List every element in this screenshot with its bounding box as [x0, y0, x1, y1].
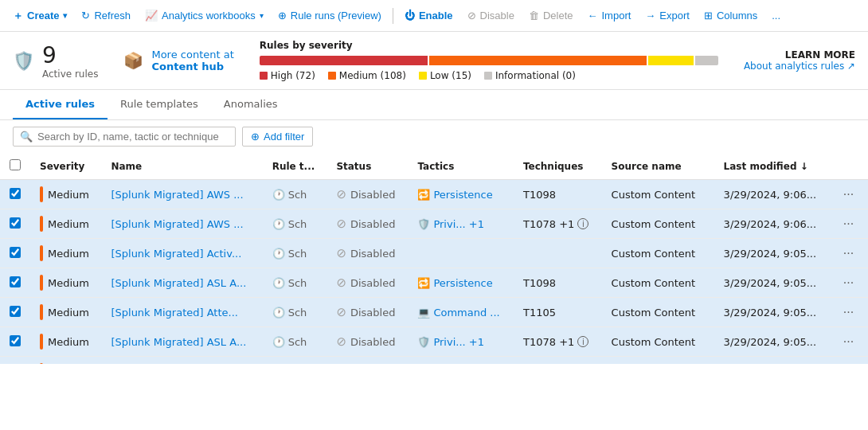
- row-more-button[interactable]: ···: [840, 362, 857, 364]
- table-row[interactable]: Medium [Splunk Migrated] ASL A... 🕐 Sch …: [0, 268, 868, 298]
- legend-item: Low (15): [419, 70, 471, 81]
- techniques-cell: T1098: [514, 268, 602, 298]
- tactic-badge: 🛡️ Privi... +1: [417, 218, 504, 230]
- severity-bars: [260, 56, 718, 65]
- severity-indicator: [40, 186, 43, 202]
- technique-cell: T1105: [523, 307, 592, 319]
- disabled-icon: ⊘: [336, 334, 346, 349]
- content-hub-link[interactable]: 📦 More content at Content hub: [123, 49, 233, 72]
- hub-icon: 📦: [123, 51, 143, 70]
- row-checkbox[interactable]: [10, 217, 21, 229]
- more-button[interactable]: ...: [765, 6, 787, 25]
- search-input[interactable]: [37, 131, 229, 143]
- severity-indicator: [40, 275, 43, 291]
- row-more-button[interactable]: ···: [840, 244, 857, 262]
- status-cell: ⊘ Disabled: [326, 180, 408, 209]
- clock-icon: 🕐: [272, 277, 285, 289]
- table-row[interactable]: Medium [Splunk Migrated] AWS ... 🕐 Sch ⊘…: [0, 209, 868, 239]
- row-checkbox[interactable]: [10, 335, 21, 346]
- technique-cell: T1098: [523, 189, 592, 201]
- tactic-badge: 💻 Command ...: [417, 307, 504, 319]
- name-cell[interactable]: [Splunk Migrated] ASL A...: [101, 268, 262, 298]
- table-row[interactable]: Medium [Splunk Migrated] Atte... 🕐 Sch ⊘…: [0, 298, 868, 327]
- row-checkbox[interactable]: [10, 306, 21, 317]
- tactic-icon: 💻: [417, 307, 430, 319]
- row-checkbox-cell: [0, 268, 30, 298]
- technique-label: T1078 +1: [523, 336, 574, 348]
- rule-type-cell: 🕐 Sch: [263, 357, 327, 365]
- create-button[interactable]: ＋ Create ▾: [6, 6, 73, 26]
- stats-bar: 🛡️ 9 Active rules 📦 More content at Cont…: [0, 32, 868, 90]
- row-more-button[interactable]: ···: [840, 215, 857, 233]
- source-name-cell: Custom Content: [602, 209, 714, 239]
- add-filter-button[interactable]: ⊕ Add filter: [242, 127, 313, 147]
- table-row[interactable]: Medium [Splunk Migrated] Activ... 🕐 Sch …: [0, 239, 868, 268]
- name-cell[interactable]: [Splunk Migrated] AWS ...: [101, 209, 262, 239]
- tactic-badge: 🔁 Persistence: [417, 277, 504, 289]
- learn-more-link[interactable]: About analytics rules ↗: [744, 61, 855, 72]
- severity-cell: Medium: [30, 298, 101, 327]
- source-name-header: Source name: [602, 153, 714, 180]
- technique-label: T1098: [523, 277, 556, 289]
- row-more-button[interactable]: ···: [840, 303, 857, 321]
- table-container: Severity Name Rule t... Status Tactics T…: [0, 153, 868, 364]
- name-cell[interactable]: [Splunk Migrated] Acces...: [101, 357, 262, 365]
- table-body: Medium [Splunk Migrated] AWS ... 🕐 Sch ⊘…: [0, 180, 868, 365]
- refresh-button[interactable]: ↻ Refresh: [75, 6, 137, 25]
- row-more-button[interactable]: ···: [840, 333, 857, 350]
- learn-more-title: LEARN MORE: [744, 49, 855, 61]
- delete-button[interactable]: 🗑 Delete: [522, 6, 580, 25]
- tactic-badge: 🛡️ Privi... +1: [417, 336, 504, 348]
- source-name-cell: Endpoint Threa...: [602, 357, 714, 365]
- clock-icon: 🕐: [272, 307, 285, 319]
- rule-type-cell: 🕐 Sch: [263, 180, 327, 209]
- last-modified-header: Last modified ↓: [714, 153, 831, 180]
- analytics-workbooks-button[interactable]: 📈 Analytics workbooks ▾: [139, 6, 270, 25]
- hub-line2: Content hub: [151, 61, 233, 72]
- table-row[interactable]: Medium [Splunk Migrated] AWS ... 🕐 Sch ⊘…: [0, 180, 868, 209]
- rule-type-header: Rule t...: [263, 153, 327, 180]
- row-more-button[interactable]: ···: [840, 274, 857, 291]
- disabled-icon: ⊘: [336, 305, 346, 319]
- tab-anomalies[interactable]: Anomalies: [211, 90, 291, 119]
- name-cell[interactable]: [Splunk Migrated] Activ...: [101, 239, 262, 268]
- techniques-cell: T1105: [514, 298, 602, 327]
- row-more-button[interactable]: ···: [840, 186, 857, 203]
- tactic-icon: 🔁: [417, 277, 430, 289]
- row-checkbox[interactable]: [10, 276, 21, 287]
- table-row[interactable]: Medium [Splunk Migrated] Acces... 🕐 Sch …: [0, 357, 868, 365]
- legend-item: High (72): [260, 70, 315, 81]
- row-more-cell: ···: [831, 239, 868, 268]
- rule-runs-button[interactable]: ⊕ Rule runs (Preview): [272, 6, 388, 25]
- active-label: Active rules: [42, 68, 98, 80]
- severity-cell: Medium: [30, 268, 101, 298]
- name-cell[interactable]: [Splunk Migrated] Atte...: [101, 298, 262, 327]
- disable-button[interactable]: ⊘ Disable: [461, 6, 521, 25]
- select-all-checkbox[interactable]: [10, 159, 21, 170]
- row-checkbox[interactable]: [10, 188, 21, 199]
- row-more-cell: ···: [831, 209, 868, 239]
- name-cell[interactable]: [Splunk Migrated] ASL A...: [101, 327, 262, 357]
- import-button[interactable]: ← Import: [581, 6, 638, 25]
- techniques-cell: T1078 +1 i: [514, 327, 602, 357]
- row-checkbox[interactable]: [10, 247, 21, 258]
- enable-button[interactable]: ⏻ Enable: [398, 6, 459, 25]
- legend-item: Medium (108): [328, 70, 406, 81]
- status-cell: ⊘ Disabled: [326, 298, 408, 327]
- disabled-icon: ⊘: [336, 187, 346, 201]
- technique-cell: T1078 +1 i: [523, 336, 592, 348]
- table-row[interactable]: Medium [Splunk Migrated] ASL A... 🕐 Sch …: [0, 327, 868, 357]
- row-checkbox-cell: [0, 209, 30, 239]
- last-modified-cell: 3/29/2024, 9:05...: [714, 239, 831, 268]
- row-checkbox-cell: [0, 298, 30, 327]
- tab-active[interactable]: Active rules: [13, 90, 108, 119]
- learn-more-section: LEARN MORE About analytics rules ↗: [744, 49, 855, 72]
- status-label: Disabled: [350, 277, 395, 289]
- severity-chart-title: Rules by severity: [260, 40, 718, 51]
- columns-button[interactable]: ⊞ Columns: [698, 6, 764, 25]
- tab-templates[interactable]: Rule templates: [108, 90, 211, 119]
- name-cell[interactable]: [Splunk Migrated] AWS ...: [101, 180, 262, 209]
- last-modified-cell: 3/29/2024, 9:05...: [714, 327, 831, 357]
- rule-type-label: Sch: [288, 307, 307, 319]
- export-button[interactable]: → Export: [639, 6, 696, 25]
